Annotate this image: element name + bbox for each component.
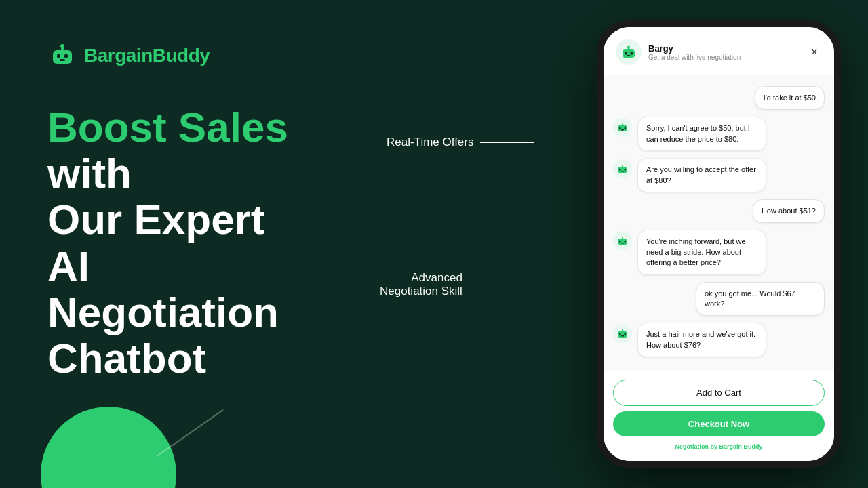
- bot-avatar-3: [613, 159, 632, 178]
- message-bubble-5: You're inching forward, but we need a bi…: [637, 230, 766, 274]
- add-to-cart-button[interactable]: Add to Cart: [613, 380, 825, 406]
- svg-rect-22: [622, 165, 623, 167]
- logo-area: BargainBuddy: [47, 41, 312, 70]
- bot-icon-7: [617, 328, 628, 339]
- message-6: ok you got me... Would $67 work?: [613, 282, 825, 317]
- chat-header-subtitle: Get a deal with live negotiation: [648, 54, 741, 61]
- message-bubble-7: Just a hair more and we've got it. How a…: [637, 323, 766, 357]
- headline-line3: Our Expert AI: [47, 197, 312, 289]
- bargy-avatar: [616, 39, 642, 65]
- bot-avatar-5: [613, 231, 632, 250]
- message-4: How about $51?: [613, 199, 825, 223]
- close-button[interactable]: ×: [807, 45, 822, 60]
- left-section: BargainBuddy Boost Sales with Our Expert…: [0, 0, 353, 488]
- chat-footer: Add to Cart Checkout Now Negotiation by …: [604, 371, 834, 461]
- negotiation-brand: Bargain Buddy: [719, 443, 762, 450]
- svg-rect-25: [625, 241, 627, 243]
- chat-header-left: Bargy Get a deal with live negotiation: [616, 39, 741, 65]
- message-1: I'd take it at $50: [613, 86, 825, 110]
- robot-logo-icon: [47, 41, 77, 70]
- phone-inner: Bargy Get a deal with live negotiation ×…: [604, 27, 834, 461]
- svg-rect-7: [623, 49, 635, 58]
- svg-rect-17: [622, 123, 623, 126]
- svg-rect-2: [57, 54, 60, 58]
- phone-outer: Bargy Get a deal with live negotiation ×…: [597, 20, 841, 468]
- svg-rect-27: [622, 237, 623, 239]
- realtime-label-line: [480, 142, 534, 143]
- negotiation-text: Negotiation by: [675, 443, 719, 450]
- label-advanced: Advanced Negotiation Skill: [380, 271, 524, 298]
- bot-icon-2: [617, 122, 628, 133]
- message-bubble-4: How about $51?: [753, 199, 825, 223]
- headline-line4: Negotiation: [47, 289, 312, 336]
- svg-rect-26: [621, 243, 624, 244]
- decorative-line: [156, 409, 223, 457]
- bot-avatar-7: [613, 324, 632, 343]
- svg-point-6: [60, 44, 64, 48]
- advanced-label-text: Advanced Negotiation Skill: [380, 271, 462, 298]
- svg-rect-32: [622, 329, 623, 332]
- message-3: Are you willing to accept the offer at $…: [613, 158, 825, 192]
- message-5: You're inching forward, but we need a bi…: [613, 230, 825, 274]
- svg-rect-3: [64, 54, 68, 58]
- chat-header-info: Bargy Get a deal with live negotiation: [648, 43, 741, 61]
- message-bubble-2: Sorry, I can't agree to $50, but I can r…: [637, 117, 766, 151]
- svg-rect-29: [619, 333, 621, 336]
- svg-rect-24: [619, 241, 621, 243]
- bot-avatar-2: [613, 118, 632, 137]
- checkout-now-button[interactable]: Checkout Now: [613, 411, 825, 436]
- chat-container: Bargy Get a deal with live negotiation ×…: [604, 27, 834, 461]
- right-section: Real-Time Offers Advanced Negotiation Sk…: [353, 0, 868, 488]
- svg-rect-9: [631, 52, 633, 55]
- message-bubble-3: Are you willing to accept the offer at $…: [637, 158, 766, 192]
- message-bubble-1: I'd take it at $50: [755, 86, 825, 110]
- message-7: Just a hair more and we've got it. How a…: [613, 323, 825, 357]
- message-2: Sorry, I can't agree to $50, but I can r…: [613, 117, 825, 151]
- message-bubble-6: ok you got me... Would $67 work?: [696, 282, 825, 317]
- svg-rect-1: [53, 50, 72, 64]
- svg-rect-10: [627, 55, 631, 56]
- logo-text: BargainBuddy: [84, 45, 210, 66]
- realtime-label-text: Real-Time Offers: [387, 136, 473, 149]
- svg-rect-14: [619, 127, 621, 129]
- svg-rect-20: [625, 169, 627, 171]
- bot-icon-3: [617, 163, 628, 174]
- phone-wrapper: Bargy Get a deal with live negotiation ×…: [590, 14, 848, 474]
- svg-rect-8: [625, 52, 627, 55]
- headline-line1: Boost Sales: [47, 104, 312, 150]
- decorative-circle: [41, 407, 176, 488]
- svg-rect-4: [60, 59, 65, 61]
- advanced-label-line: [469, 285, 524, 285]
- svg-rect-30: [625, 333, 627, 336]
- label-realtime: Real-Time Offers: [387, 136, 534, 149]
- headline: Boost Sales with Our Expert AI Negotiati…: [47, 104, 312, 382]
- chat-messages: I'd take it at $50: [604, 75, 834, 371]
- svg-rect-15: [625, 127, 627, 129]
- chat-header-name: Bargy: [648, 43, 741, 54]
- bargy-robot-icon: [621, 45, 636, 60]
- bot-icon-5: [617, 235, 628, 246]
- svg-rect-31: [621, 336, 624, 337]
- negotiation-footer: Negotiation by Bargain Buddy: [613, 443, 825, 450]
- chat-header: Bargy Get a deal with live negotiation ×: [604, 27, 834, 75]
- svg-rect-16: [621, 129, 624, 131]
- headline-line5: Chatbot: [47, 336, 312, 382]
- headline-line2: with: [47, 150, 312, 197]
- svg-rect-19: [619, 169, 621, 171]
- svg-rect-21: [621, 171, 624, 172]
- svg-point-12: [627, 46, 630, 49]
